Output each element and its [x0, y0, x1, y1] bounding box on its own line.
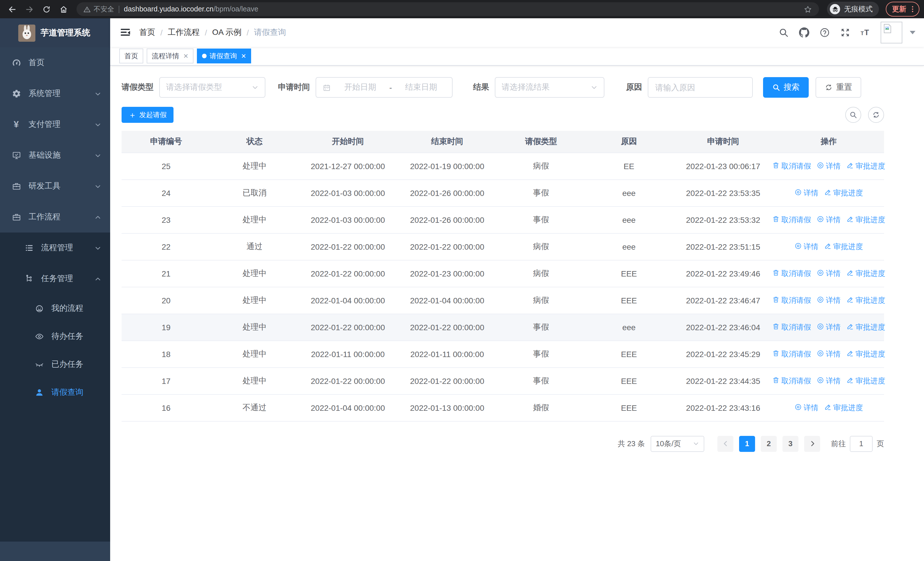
sidebar-item-dev-tools[interactable]: 研发工具 — [0, 171, 110, 202]
github-icon[interactable] — [798, 27, 809, 38]
fullscreen-icon[interactable] — [840, 27, 850, 38]
tab-process-detail[interactable]: 流程详情✕ — [147, 48, 194, 63]
cell-status: 处理中 — [211, 287, 298, 314]
sidebar-item-done-tasks[interactable]: 已办任务 — [0, 350, 110, 378]
progress-action-link[interactable]: 审批进度 — [846, 161, 885, 171]
cancel-action-link[interactable]: 取消请假 — [772, 268, 811, 278]
detail-action-link[interactable]: 详情 — [817, 322, 841, 332]
sidebar-item-leave-query[interactable]: 请假查询 — [0, 378, 110, 406]
column-header: 结束时间 — [397, 131, 497, 152]
cancel-action-link[interactable]: 取消请假 — [772, 215, 811, 225]
font-size-icon[interactable]: TT — [860, 27, 871, 38]
close-icon[interactable]: ✕ — [241, 52, 246, 60]
incognito-label: 无痕模式 — [844, 4, 873, 14]
goto-page-input[interactable] — [850, 436, 873, 451]
address-bar[interactable]: 不安全 dashboard.yudao.iocoder.cn/bpm/oa/le… — [76, 2, 819, 16]
detail-action-link[interactable]: 详情 — [817, 268, 841, 278]
sidebar-item-process-mgmt[interactable]: 流程管理 — [0, 233, 110, 263]
search-button[interactable]: 搜索 — [763, 77, 809, 98]
cell-start: 2021-12-27 00:00:00 — [298, 152, 397, 179]
sidebar-item-todo-tasks[interactable]: 待办任务 — [0, 322, 110, 350]
cancel-action-link[interactable]: 取消请假 — [772, 161, 811, 171]
detail-action-link[interactable]: 详情 — [795, 241, 818, 252]
progress-action-link[interactable]: 审批进度 — [846, 215, 885, 225]
edit-icon — [846, 376, 854, 385]
show-search-button[interactable] — [845, 107, 861, 123]
sidebar-item-task-mgmt[interactable]: 任务管理 — [0, 263, 110, 294]
page-size-select[interactable]: 10条/页 — [651, 436, 704, 451]
progress-action-link[interactable]: 审批进度 — [846, 322, 885, 332]
home-icon[interactable] — [56, 2, 71, 17]
row-actions: 取消请假详情审批进度 — [776, 215, 882, 225]
breadcrumb-item[interactable]: 首页 — [139, 27, 155, 38]
reset-button[interactable]: 重置 — [816, 77, 861, 98]
sidebar-item-system[interactable]: 系统管理 — [0, 78, 110, 109]
create-leave-button[interactable]: ＋发起请假 — [122, 107, 174, 123]
cancel-action-link[interactable]: 取消请假 — [772, 376, 811, 386]
plus-icon: ＋ — [128, 111, 136, 119]
chevron-down-icon — [95, 183, 101, 190]
cell-type: 事假 — [497, 367, 585, 394]
progress-action-link[interactable]: 审批进度 — [824, 403, 863, 413]
prev-page-button[interactable] — [717, 436, 734, 451]
search-icon[interactable] — [778, 27, 789, 38]
detail-action-link[interactable]: 详情 — [817, 215, 841, 225]
tab-leave-query[interactable]: 请假查询✕ — [197, 48, 251, 63]
reload-icon[interactable] — [39, 2, 54, 17]
back-icon[interactable] — [4, 2, 20, 17]
next-page-button[interactable] — [804, 436, 820, 451]
action-label: 详情 — [826, 295, 841, 305]
view-icon — [817, 269, 824, 278]
avatar-dropdown-caret-icon[interactable] — [910, 31, 915, 34]
reason-input[interactable] — [648, 78, 752, 97]
page-button-3[interactable]: 3 — [783, 436, 798, 451]
detail-action-link[interactable]: 详情 — [817, 376, 841, 386]
progress-action-link[interactable]: 审批进度 — [846, 295, 885, 305]
sidebar-item-home[interactable]: 首页 — [0, 47, 110, 78]
sidebar-item-my-process[interactable]: 我的流程 — [0, 294, 110, 322]
breadcrumb-item[interactable]: OA 示例 — [212, 27, 242, 38]
sidebar-item-workflow[interactable]: 工作流程 — [0, 202, 110, 233]
sidebar-item-payment[interactable]: ¥支付管理 — [0, 109, 110, 140]
breadcrumb-item[interactable]: 工作流程 — [168, 27, 200, 38]
close-icon[interactable]: ✕ — [183, 52, 188, 60]
cancel-action-link[interactable]: 取消请假 — [772, 295, 811, 305]
progress-action-link[interactable]: 审批进度 — [846, 349, 885, 359]
robot-icon — [34, 303, 44, 313]
detail-action-link[interactable]: 详情 — [817, 349, 841, 359]
chevron-right-icon — [808, 440, 816, 447]
page-button-1[interactable]: 1 — [739, 436, 755, 451]
security-warning[interactable]: 不安全 — [83, 4, 114, 14]
table-row: 17处理中2022-01-22 00:00:002022-01-22 00:00… — [122, 367, 884, 394]
view-icon — [817, 322, 824, 332]
sidebar-collapse-icon[interactable] — [120, 27, 131, 38]
leave-type-select[interactable]: 请选择请假类型 — [159, 77, 266, 98]
bookmark-star-icon[interactable] — [804, 5, 812, 14]
action-label: 取消请假 — [782, 215, 811, 225]
cancel-action-link[interactable]: 取消请假 — [772, 322, 811, 332]
page-button-2[interactable]: 2 — [761, 436, 777, 451]
browser-update-chip[interactable]: 更新 — [886, 2, 920, 17]
progress-action-link[interactable]: 审批进度 — [846, 376, 885, 386]
detail-action-link[interactable]: 详情 — [795, 403, 818, 413]
cell-start: 2022-01-03 00:00:00 — [298, 206, 397, 233]
tab-home[interactable]: 首页 — [119, 48, 143, 63]
update-label[interactable]: 更新 — [892, 4, 906, 14]
progress-action-link[interactable]: 审批进度 — [824, 241, 863, 252]
end-date-placeholder: 结束日期 — [397, 82, 446, 93]
cancel-action-link[interactable]: 取消请假 — [772, 349, 811, 359]
forward-icon[interactable] — [22, 2, 36, 17]
help-icon[interactable] — [819, 27, 830, 38]
progress-action-link[interactable]: 审批进度 — [824, 188, 863, 198]
refresh-table-button[interactable] — [868, 107, 884, 123]
sidebar-item-infrastructure[interactable]: 基础设施 — [0, 140, 110, 171]
briefcase-icon — [11, 212, 21, 222]
progress-action-link[interactable]: 审批进度 — [846, 268, 885, 278]
detail-action-link[interactable]: 详情 — [795, 188, 818, 198]
apply-time-range-picker[interactable]: 开始日期 - 结束日期 — [316, 77, 453, 98]
user-avatar[interactable] — [880, 22, 902, 44]
detail-action-link[interactable]: 详情 — [817, 161, 841, 171]
app-logo[interactable]: 芋道管理系统 — [0, 18, 110, 47]
result-select[interactable]: 请选择流结果 — [495, 77, 604, 98]
detail-action-link[interactable]: 详情 — [817, 295, 841, 305]
